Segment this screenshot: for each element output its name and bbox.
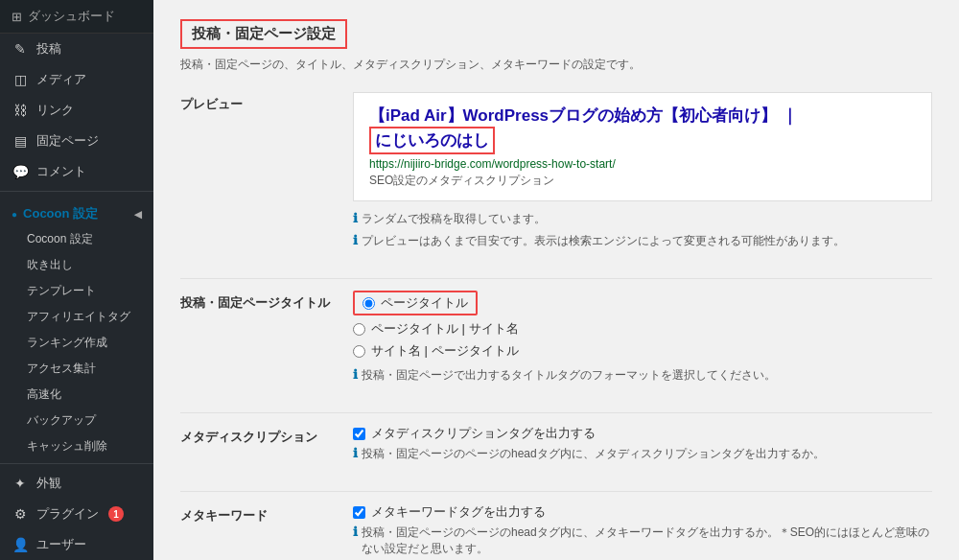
submenu-backup[interactable]: バックアップ [0,408,153,433]
radio-page-title-label[interactable]: ページタイトル [353,291,478,315]
meta-desc-checkbox[interactable] [353,428,365,440]
title-radio-group: ページタイトル ページタイトル | サイト名 サイト名 | ページタイトル [353,291,932,360]
meta-keyword-content: メタキーワードタグを出力する ℹ 投稿・固定ページのページのheadタグ内に、メ… [353,503,932,560]
submenu-speed[interactable]: 高速化 [0,382,153,408]
dashboard-icon: ⊞ [12,10,22,24]
plugins-icon: ⚙ [12,506,29,522]
preview-site-name: にじいろのはし [369,127,495,154]
meta-desc-content: メタディスクリプションタグを出力する ℹ 投稿・固定ページのページのheadタグ… [353,425,932,468]
preview-title-text: 【iPad Air】WordPressブログの始め方【初心者向け】 [369,106,777,125]
meta-keyword-row: メタキーワード メタキーワードタグを出力する ℹ 投稿・固定ページのページのhe… [180,503,932,560]
submenu-ranking[interactable]: ランキング作成 [0,330,153,356]
info-icon-1: ℹ [353,211,358,225]
radio-site-page[interactable] [353,345,365,358]
meta-desc-info: ℹ 投稿・固定ページのページのheadタグ内に、メタディスクリプションタグを出力… [353,446,932,462]
media-icon: ◫ [12,72,29,87]
users-icon: 👤 [12,537,29,552]
links-icon: ⛓ [12,103,29,118]
sidebar-label: プラグイン [36,505,99,523]
sidebar-item-appearance[interactable]: ✦ 外観 [0,468,153,499]
radio-page-site[interactable] [353,323,365,336]
title-format-info: ℹ 投稿・固定ページで出力するタイトルタグのフォーマットを選択してください。 [353,367,932,384]
preview-desc: SEO設定のメタディスクリプション [369,173,916,189]
radio-page-site-text: ページタイトル | サイト名 [371,320,519,338]
sidebar-label: メディア [36,71,86,88]
section-description: 投稿・固定ページの、タイトル、メタディスクリプション、メタキーワードの設定です。 [180,57,932,73]
pages-icon: ▤ [12,133,29,149]
sidebar-item-pages[interactable]: ▤ 固定ページ [0,126,153,156]
sidebar-item-plugins[interactable]: ⚙ プラグイン 1 [0,499,153,529]
meta-keyword-checkbox-text: メタキーワードタグを出力する [371,503,546,521]
preview-label: プレビュー [180,92,353,113]
sidebar-label: ユーザー [36,536,86,553]
title-format-info-text: 投稿・固定ページで出力するタイトルタグのフォーマットを選択してください。 [362,367,776,384]
submenu-fukidashi[interactable]: 吹き出し [0,252,153,278]
radio-page-site-label[interactable]: ページタイトル | サイト名 [353,320,932,338]
meta-keyword-checkbox[interactable] [353,506,365,519]
radio-site-page-text: サイト名 | ページタイトル [371,342,519,360]
preview-url: https://nijiiro-bridge.com/wordpress-how… [369,157,916,171]
meta-keyword-checkbox-label[interactable]: メタキーワードタグを出力する [353,503,932,521]
info-icon-2: ℹ [353,233,358,247]
preview-row: プレビュー 【iPad Air】WordPressブログの始め方【初心者向け】 … [180,92,932,255]
cocoon-label-text: Cocoon 設定 [23,205,98,222]
cocoon-bullet-icon: ● [12,209,17,220]
cocoon-arrow-icon: ◀ [134,209,142,220]
comments-icon: 💬 [12,164,29,179]
sidebar-item-cocoon[interactable]: ● Cocoon 設定 ◀ [0,196,153,226]
sidebar-label: リンク [36,102,74,119]
sidebar-item-posts[interactable]: ✎ 投稿 [0,34,153,64]
info-icon-4: ℹ [353,446,358,460]
meta-desc-info-text: 投稿・固定ページのページのheadタグ内に、メタディスクリプションタグを出力する… [362,446,825,462]
submenu-cache[interactable]: キャッシュ削除 [0,433,153,459]
preview-info1: ℹ ランダムで投稿を取得しています。 [353,211,932,227]
dashboard-label: ダッシュボード [28,8,115,25]
preview-info2: ℹ プレビューはあくまで目安です。表示は検索エンジンによって変更される可能性があ… [353,233,932,249]
meta-desc-row: メタディスクリプション メタディスクリプションタグを出力する ℹ 投稿・固定ペー… [180,425,932,468]
meta-desc-checkbox-text: メタディスクリプションタグを出力する [371,425,596,442]
posts-icon: ✎ [12,41,29,57]
info-icon-3: ℹ [353,367,358,382]
post-title-label: 投稿・固定ページタイトル [180,291,353,312]
submenu-access[interactable]: アクセス集計 [0,356,153,382]
sidebar-item-users[interactable]: 👤 ユーザー [0,529,153,560]
sidebar-item-comments[interactable]: 💬 コメント [0,156,153,187]
meta-desc-label: メタディスクリプション [180,425,353,446]
radio-page-title[interactable] [363,297,375,310]
radio-page-title-text: ページタイトル [381,294,468,312]
sidebar-label: 固定ページ [36,132,99,150]
sidebar-label: コメント [36,163,86,180]
meta-keyword-info: ℹ 投稿・固定ページのページのheadタグ内に、メタキーワードタグを出力するか。… [353,525,932,557]
appearance-icon: ✦ [12,476,29,491]
preview-separator: ｜ [782,106,798,125]
preview-title: 【iPad Air】WordPressブログの始め方【初心者向け】 ｜ にじいろ… [369,105,916,154]
post-title-row: 投稿・固定ページタイトル ページタイトル ページタイトル | サイト名 サイト名… [180,291,932,389]
sidebar-label: 外観 [36,475,61,492]
submenu-cocoon-settings[interactable]: Cocoon 設定 [0,226,153,252]
dashboard-item[interactable]: ⊞ ダッシュボード [0,0,153,34]
preview-box: 【iPad Air】WordPressブログの始め方【初心者向け】 ｜ にじいろ… [353,92,932,201]
sidebar-label: 投稿 [36,40,61,58]
radio-site-page-label[interactable]: サイト名 | ページタイトル [353,342,932,360]
meta-keyword-label: メタキーワード [180,503,353,525]
sidebar: ⊞ ダッシュボード ✎ 投稿 ◫ メディア ⛓ リンク ▤ 固定ページ 💬 コメ… [0,0,153,560]
plugins-badge: 1 [108,506,124,522]
info-icon-5: ℹ [353,525,358,539]
sidebar-item-media[interactable]: ◫ メディア [0,64,153,95]
post-title-content: ページタイトル ページタイトル | サイト名 サイト名 | ページタイトル ℹ … [353,291,932,389]
main-content: 投稿・固定ページ設定 投稿・固定ページの、タイトル、メタディスクリプション、メタ… [153,0,959,560]
section-title: 投稿・固定ページ設定 [180,19,347,49]
submenu-affiliate[interactable]: アフィリエイトタグ [0,304,153,330]
meta-keyword-info-text: 投稿・固定ページのページのheadタグ内に、メタキーワードタグを出力するか。＊S… [362,525,932,557]
meta-desc-checkbox-label[interactable]: メタディスクリプションタグを出力する [353,425,932,442]
info-text-2: プレビューはあくまで目安です。表示は検索エンジンによって変更される可能性がありま… [362,233,845,249]
submenu-template[interactable]: テンプレート [0,278,153,304]
preview-content: 【iPad Air】WordPressブログの始め方【初心者向け】 ｜ にじいろ… [353,92,932,255]
info-text-1: ランダムで投稿を取得しています。 [362,211,546,227]
sidebar-item-links[interactable]: ⛓ リンク [0,95,153,126]
